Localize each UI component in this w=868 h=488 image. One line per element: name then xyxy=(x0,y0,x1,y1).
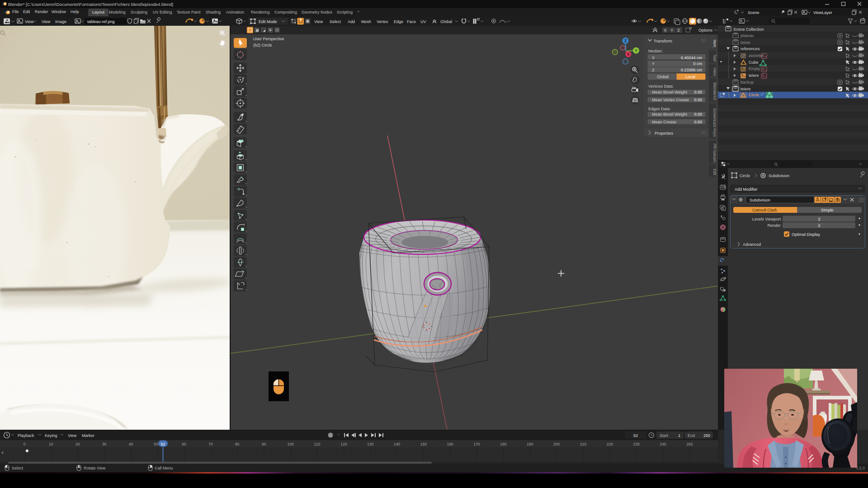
svg-text:Z: Z xyxy=(624,38,627,43)
svg-text:assiette: assiette xyxy=(749,53,763,58)
svg-text:Screencast Keys: Screencast Keys xyxy=(712,108,717,137)
svg-text:0.23306 cm: 0.23306 cm xyxy=(681,68,702,72)
svg-text:Edit: Edit xyxy=(712,169,717,175)
svg-text:Z: Z xyxy=(678,28,680,33)
svg-text:View: View xyxy=(314,19,323,24)
svg-text:30: 30 xyxy=(102,442,107,446)
svg-text:150: 150 xyxy=(420,442,427,446)
svg-text:Y: Y xyxy=(671,28,674,33)
svg-text:Circle: Circle xyxy=(749,93,759,97)
svg-text:180: 180 xyxy=(500,442,506,446)
svg-text:Simple: Simple xyxy=(821,208,834,212)
svg-text:220: 220 xyxy=(607,442,613,446)
svg-text:User Perspective: User Perspective xyxy=(253,37,284,41)
svg-text:0.40244 cm: 0.40244 cm xyxy=(681,56,702,60)
svg-text:Median:: Median: xyxy=(648,49,663,53)
svg-text:X: X xyxy=(652,56,655,60)
svg-text:20: 20 xyxy=(75,442,80,446)
svg-text:2: 2 xyxy=(818,223,820,228)
svg-text:Mesh: Mesh xyxy=(361,19,371,24)
svg-text:Circle: Circle xyxy=(740,174,750,178)
svg-text:Mean Bevel Weight: Mean Bevel Weight xyxy=(652,112,687,117)
svg-text:60: 60 xyxy=(182,442,186,446)
svg-text:50: 50 xyxy=(154,442,158,446)
svg-text:80: 80 xyxy=(235,442,240,446)
svg-text:Mean Vertex Crease: Mean Vertex Crease xyxy=(652,98,689,102)
svg-text:120: 120 xyxy=(340,442,347,446)
svg-text:3.5.0: 3.5.0 xyxy=(856,466,865,470)
svg-text:0.00: 0.00 xyxy=(694,112,702,117)
svg-text:Select: Select xyxy=(12,466,24,470)
svg-text:Start: Start xyxy=(660,433,669,438)
svg-text:Add Modifier: Add Modifier xyxy=(735,187,758,192)
svg-text:Item: Item xyxy=(712,40,717,47)
svg-text:2: 2 xyxy=(818,217,820,221)
svg-text:Levels Viewport: Levels Viewport xyxy=(752,217,781,221)
svg-text:tableau-ref.png: tableau-ref.png xyxy=(87,19,115,24)
svg-text:Cube: Cube xyxy=(749,60,759,65)
svg-text:Rotate View: Rotate View xyxy=(84,466,106,470)
svg-text:backup: backup xyxy=(741,80,754,84)
svg-text:UV: UV xyxy=(420,19,426,24)
svg-text:250: 250 xyxy=(686,442,693,446)
svg-text:Z: Z xyxy=(652,68,655,72)
svg-text:Global: Global xyxy=(440,19,452,24)
svg-text:tasse: tasse xyxy=(741,40,750,45)
svg-text:Advanced: Advanced xyxy=(743,242,761,247)
svg-text:Empty: Empty xyxy=(749,66,760,71)
svg-text:Y: Y xyxy=(635,48,637,53)
svg-text:Y: Y xyxy=(652,61,655,66)
svg-text:Marker: Marker xyxy=(82,433,94,438)
svg-text:210: 210 xyxy=(580,442,586,446)
svg-text:Options: Options xyxy=(698,28,713,33)
svg-text:160: 160 xyxy=(447,442,453,446)
svg-text:Call Menu: Call Menu xyxy=(155,466,173,470)
svg-text:teiere: teiere xyxy=(741,87,751,91)
svg-text:Render: Render xyxy=(767,223,781,228)
svg-text:Mean Crease: Mean Crease xyxy=(652,120,676,124)
svg-text:140: 140 xyxy=(394,442,400,446)
svg-text:Transform: Transform xyxy=(654,39,672,43)
svg-text:View: View xyxy=(68,433,77,438)
svg-text:0: 0 xyxy=(24,442,26,446)
svg-text:X: X xyxy=(664,28,667,33)
svg-text:Playback: Playback xyxy=(18,433,34,438)
svg-text:0 cm: 0 cm xyxy=(693,61,702,66)
svg-text:1: 1 xyxy=(678,433,680,438)
svg-text:View: View xyxy=(25,19,34,24)
svg-text:ViewLayer: ViewLayer xyxy=(813,10,832,15)
svg-text:200: 200 xyxy=(553,442,560,446)
svg-text:Mean Bevel Weight: Mean Bevel Weight xyxy=(652,90,687,94)
svg-text:Optimal Display: Optimal Display xyxy=(792,232,821,237)
svg-text:Edit Mode: Edit Mode xyxy=(259,19,277,24)
svg-text:View: View xyxy=(42,19,51,24)
svg-text:Keying: Keying xyxy=(45,433,57,438)
svg-text:0.00: 0.00 xyxy=(694,90,702,94)
svg-text:240: 240 xyxy=(660,442,666,446)
svg-text:10: 10 xyxy=(49,442,53,446)
svg-text:View: View xyxy=(712,67,717,76)
svg-text:plateau: plateau xyxy=(741,33,754,38)
svg-text:Vertices Data:: Vertices Data: xyxy=(648,84,674,89)
svg-text:130: 130 xyxy=(367,442,373,446)
svg-text:Vertex: Vertex xyxy=(377,19,388,24)
svg-text:Scene: Scene xyxy=(748,10,760,15)
svg-text:teiere: teiere xyxy=(749,73,759,78)
svg-text:Edge: Edge xyxy=(394,19,403,24)
svg-text:X: X xyxy=(627,52,630,56)
svg-text:Face: Face xyxy=(407,19,416,24)
svg-text:52: 52 xyxy=(160,442,165,446)
svg-text:Tool: Tool xyxy=(712,54,717,61)
svg-text:Add: Add xyxy=(348,19,355,24)
svg-text:Subdivision: Subdivision xyxy=(750,198,770,202)
svg-text:170: 170 xyxy=(473,442,480,446)
svg-text:0.00: 0.00 xyxy=(694,98,702,102)
svg-text:BlenderKit: BlenderKit xyxy=(712,82,717,100)
svg-text:End: End xyxy=(688,433,695,438)
svg-text:Global: Global xyxy=(657,75,669,79)
svg-text:52: 52 xyxy=(633,433,638,438)
svg-text:references: references xyxy=(741,47,760,51)
svg-text:Select: Select xyxy=(330,19,341,24)
svg-text:Catmull-Clark: Catmull-Clark xyxy=(752,208,777,212)
svg-text:PR Isocam: PR Isocam xyxy=(712,144,717,163)
